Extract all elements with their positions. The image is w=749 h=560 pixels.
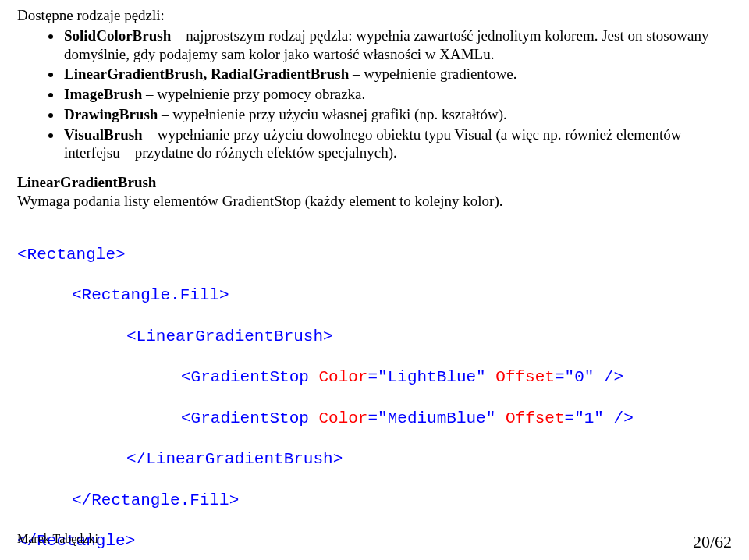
code-block: <Rectangle> <Rectangle.Fill> <LinearGrad… — [17, 225, 732, 561]
bullet-bold: LinearGradientBrush, RadialGradientBrush — [64, 66, 349, 82]
list-item: VisualBrush – wypełnianie przy użyciu do… — [62, 126, 732, 163]
page-footer: Marek Tabędzki 20/62 — [17, 531, 732, 553]
intro-text: Dostępne rodzaje pędzli: — [17, 6, 732, 25]
code-val: "MediumBlue" — [378, 409, 495, 427]
footer-author: Marek Tabędzki — [17, 531, 98, 553]
bullet-rest: – wypełnienie gradientowe. — [349, 66, 516, 82]
section-heading: LinearGradientBrush — [17, 174, 156, 190]
list-item: DrawingBrush – wypełnienie przy użyciu w… — [62, 105, 732, 124]
code-attr: Color — [318, 368, 367, 386]
list-item: LinearGradientBrush, RadialGradientBrush… — [62, 65, 732, 83]
bullet-rest: – wypełnienie przy pomocy obrazka. — [142, 86, 365, 102]
code-tag: LinearGradientBrush — [137, 328, 323, 346]
code-attr: Color — [318, 409, 367, 427]
list-item: ImageBrush – wypełnienie przy pomocy obr… — [62, 85, 732, 104]
code-attr: Offset — [506, 409, 565, 427]
bullet-rest: – wypełnienie przy użyciu własnej grafik… — [158, 106, 506, 122]
footer-page-number: 20/62 — [693, 531, 732, 553]
code-tag: Rectangle.Fill — [91, 491, 229, 509]
code-tag: GradientStop — [191, 409, 309, 427]
bullet-bold: SolidColorBrush — [64, 27, 171, 44]
section-text: Wymaga podania listy elementów GradientS… — [17, 193, 503, 209]
code-tag: LinearGradientBrush — [146, 450, 332, 468]
code-val: "LightBlue" — [378, 368, 486, 386]
code-tag: Rectangle.Fill — [82, 286, 219, 304]
code-val: "1" — [574, 409, 604, 427]
bullet-bold: VisualBrush — [64, 126, 143, 143]
code-tag: GradientStop — [191, 368, 309, 386]
code-tag: Rectangle — [27, 246, 115, 264]
bullet-bold: ImageBrush — [64, 86, 142, 102]
section-block: LinearGradientBrush Wymaga podania listy… — [17, 173, 732, 211]
bullet-list: SolidColorBrush – najprostszym rodzaj pę… — [17, 27, 732, 162]
list-item: SolidColorBrush – najprostszym rodzaj pę… — [62, 27, 732, 64]
code-val: "0" — [565, 368, 595, 386]
bullet-bold: DrawingBrush — [64, 106, 158, 122]
bullet-rest: – wypełnianie przy użyciu dowolnego obie… — [64, 126, 681, 161]
code-attr: Offset — [495, 368, 555, 386]
